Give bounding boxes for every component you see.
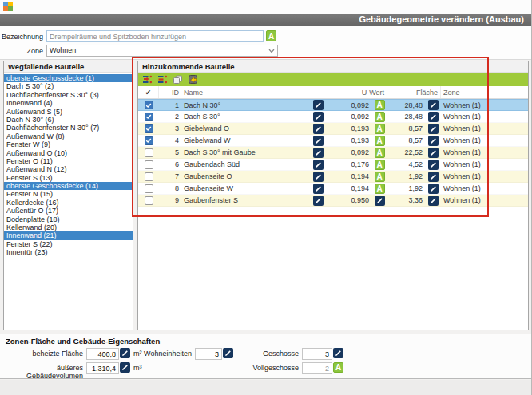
- wegfallende-list-item[interactable]: oberste Geschossdecke (14): [4, 182, 133, 190]
- bezeichnung-input[interactable]: [46, 30, 264, 42]
- auto-badge[interactable]: A: [266, 30, 276, 41]
- flaeche-edit-icon[interactable]: [428, 100, 439, 110]
- flaeche-edit-icon[interactable]: [428, 184, 439, 194]
- flaeche-edit-icon[interactable]: [428, 136, 439, 146]
- u-wert-auto-badge[interactable]: A: [375, 148, 385, 158]
- u-wert-auto-badge[interactable]: A: [375, 100, 385, 110]
- header-flaeche[interactable]: Fläche: [387, 86, 441, 98]
- row-zone: Wohnen (1): [441, 111, 528, 122]
- wegfallende-list-item[interactable]: Fenster W (9): [4, 140, 133, 148]
- flaeche-edit-icon[interactable]: [428, 196, 439, 206]
- gebaeudevolumen-edit-icon[interactable]: [120, 362, 130, 373]
- name-edit-icon[interactable]: [313, 100, 324, 110]
- name-edit-icon[interactable]: [313, 112, 324, 122]
- row-id: 2: [159, 111, 181, 122]
- flaeche-edit-icon[interactable]: [428, 112, 439, 122]
- wegfallende-list-item[interactable]: Dach N 30° (6): [4, 116, 133, 124]
- flaeche-edit-icon[interactable]: [428, 124, 439, 134]
- u-wert-auto-badge[interactable]: A: [375, 172, 385, 182]
- row-name: Dach S 30° mit Gaube: [181, 147, 309, 158]
- name-edit-icon[interactable]: [313, 148, 324, 158]
- wegfallende-list-item[interactable]: Fenster N (15): [4, 190, 133, 198]
- row-checkbox[interactable]: [145, 172, 153, 181]
- wegfallende-list-item[interactable]: oberste Geschossdecke (1): [4, 74, 133, 82]
- zone-select[interactable]: Wohnen: [46, 45, 278, 57]
- u-wert-auto-badge[interactable]: A: [375, 124, 385, 134]
- copy-icon[interactable]: [172, 74, 183, 85]
- row-checkbox[interactable]: [145, 101, 153, 109]
- wegfallende-list-item[interactable]: Außenwand W (8): [4, 132, 133, 140]
- row-checkbox[interactable]: [145, 184, 153, 193]
- row-u-wert: 0,092: [327, 147, 371, 158]
- wegfallende-list-item[interactable]: Kellerwand (20): [4, 223, 133, 231]
- row-zone: Wohnen (1): [441, 100, 528, 110]
- check-all-icon[interactable]: [141, 74, 153, 85]
- u-wert-auto-badge[interactable]: A: [375, 160, 385, 170]
- wegfallende-list-item[interactable]: Außenwand O (10): [4, 149, 133, 157]
- row-checkbox[interactable]: [145, 196, 153, 205]
- wegfallende-list-item[interactable]: Innentür (23): [4, 248, 133, 256]
- name-edit-icon[interactable]: [313, 160, 324, 170]
- name-edit-icon[interactable]: [313, 124, 324, 134]
- bauteil-table-row[interactable]: 7Gaubenseite O0,194A1,92Wohnen (1): [138, 171, 528, 183]
- header-name[interactable]: Name: [181, 86, 309, 98]
- gebaeudevolumen-value[interactable]: 1.310,4: [86, 362, 119, 374]
- row-id: 7: [159, 171, 181, 182]
- geschosse-value[interactable]: 3: [302, 348, 332, 360]
- row-checkbox[interactable]: [145, 113, 153, 121]
- header-u-wert[interactable]: U-Wert: [309, 86, 387, 98]
- app-logo-icon[interactable]: [3, 2, 13, 11]
- wegfallende-list-item[interactable]: Fenster S (22): [4, 240, 133, 248]
- wegfallende-list-item[interactable]: Bodenplatte (18): [4, 215, 133, 223]
- header-id[interactable]: ID: [159, 86, 181, 98]
- vollgeschosse-auto-badge[interactable]: A: [333, 362, 343, 373]
- bauteil-table-row[interactable]: 1Dach N 30°0,092A28,48Wohnen (1): [138, 99, 528, 111]
- row-zone: Wohnen (1): [441, 171, 528, 182]
- row-zone: Wohnen (1): [441, 159, 528, 170]
- u-wert-auto-badge[interactable]: A: [375, 136, 385, 146]
- wegfallende-list-item[interactable]: Dach S 30° (2): [4, 82, 133, 90]
- u-wert-auto-badge[interactable]: A: [375, 112, 385, 122]
- bauteil-table-row[interactable]: 3Giebelwand O0,193A8,57Wohnen (1): [138, 123, 528, 135]
- bauteil-table-row[interactable]: 5Dach S 30° mit Gaube0,092A22,52Wohnen (…: [138, 147, 528, 159]
- flaeche-edit-icon[interactable]: [428, 148, 439, 158]
- row-flaeche: 8,57: [387, 135, 425, 146]
- bauteil-table-row[interactable]: 2Dach S 30°0,092A28,48Wohnen (1): [138, 111, 528, 123]
- bauteil-table-row[interactable]: 4Giebelwand W0,193A8,57Wohnen (1): [138, 135, 528, 147]
- name-edit-icon[interactable]: [313, 196, 324, 206]
- flaeche-edit-icon[interactable]: [428, 160, 439, 170]
- wegfallende-list-item[interactable]: Dachflächenfenster N 30° (7): [4, 124, 133, 132]
- wegfallende-list-item[interactable]: Fenster O (11): [4, 157, 133, 165]
- bauteil-table-row[interactable]: 6Gaubendach Süd0,176A4,52Wohnen (1): [138, 159, 528, 171]
- name-edit-icon[interactable]: [313, 136, 324, 146]
- wegfallende-list-item[interactable]: Außenwand S (5): [4, 108, 133, 116]
- wegfallende-list-item[interactable]: Außenwand N (12): [4, 165, 133, 173]
- name-edit-icon[interactable]: [313, 184, 324, 194]
- export-icon[interactable]: [187, 74, 198, 85]
- row-checkbox[interactable]: [145, 136, 153, 145]
- wegfallende-list-item[interactable]: Innenwand (21): [4, 231, 133, 239]
- bauteile-table-body: 1Dach N 30°0,092A28,48Wohnen (1)2Dach S …: [138, 99, 528, 207]
- wegfallende-list-item[interactable]: Fenster S (13): [4, 174, 133, 182]
- bauteil-table-row[interactable]: 9Gaubenfenster S0,9503,36Wohnen (1): [138, 195, 528, 207]
- wegfallende-list-item[interactable]: Kellerdecke (16): [4, 199, 133, 207]
- wegfallende-panel-title: Wegfallende Bauteile: [4, 61, 133, 73]
- row-checkbox[interactable]: [145, 148, 153, 157]
- uncheck-all-icon[interactable]: [157, 74, 168, 85]
- wegfallende-list-item[interactable]: Außentür O (17): [4, 207, 133, 215]
- row-checkbox[interactable]: [145, 160, 153, 169]
- wegfallende-list-item[interactable]: Innenwand (4): [4, 99, 133, 107]
- header-check-column[interactable]: ✔: [138, 86, 159, 98]
- wegfallende-list-item[interactable]: Dachflächenfenster S 30° (3): [4, 91, 133, 99]
- bottom-panel: Zonen-Fläche und Gebäude-Eigenschaften b…: [0, 334, 532, 379]
- wohneinheiten-value[interactable]: 3: [195, 348, 222, 360]
- flaeche-edit-icon[interactable]: [428, 172, 439, 182]
- u-wert-edit-icon[interactable]: [375, 196, 385, 206]
- geschosse-edit-icon[interactable]: [333, 348, 343, 358]
- row-checkbox[interactable]: [145, 124, 153, 133]
- name-edit-icon[interactable]: [313, 172, 324, 182]
- app-window: Gebäudegeometrie verändern (Ausbau) Beze…: [0, 0, 532, 395]
- u-wert-auto-badge[interactable]: A: [375, 184, 385, 194]
- bauteil-table-row[interactable]: 8Gaubenseite W0,194A1,92Wohnen (1): [138, 183, 528, 195]
- header-zone[interactable]: Zone: [441, 86, 528, 98]
